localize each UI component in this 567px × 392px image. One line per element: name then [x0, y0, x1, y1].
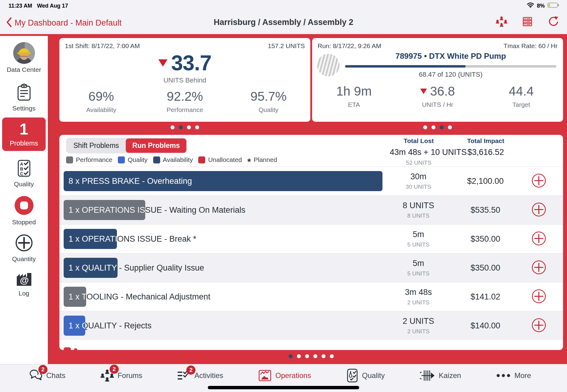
tab-shift-problems[interactable]: Shift Problems [67, 138, 126, 153]
lost-value: 5m [389, 259, 447, 268]
pager-dot[interactable] [423, 125, 427, 129]
tab-more[interactable]: More [496, 371, 531, 380]
sidebar-item-log[interactable]: @ [15, 270, 33, 288]
abc-checklist-icon: ABC [16, 159, 32, 178]
lost-value: 8 UNITS [389, 201, 447, 210]
sidebar-item-label: Quality [14, 180, 34, 188]
problems-segmented-control: Shift Problems Run Problems [66, 138, 187, 153]
add-action-button[interactable] [532, 173, 546, 189]
pager-dot[interactable] [305, 354, 309, 358]
shift-header: 1st Shift: 8/17/22, 7:00 AM [65, 42, 140, 50]
nav-bar: My Dashboard - Main Default Harrisburg /… [0, 10, 567, 34]
pager-dot-active[interactable] [179, 125, 183, 129]
clock: 11:23 AM [9, 3, 32, 9]
impact-value: $350.00 [447, 234, 523, 244]
tab-forums[interactable]: 2 Forums [100, 369, 142, 382]
chats-icon: 2 [28, 369, 43, 382]
tab-quality[interactable]: Quality [346, 369, 385, 383]
problem-label-overlay: 1 x OPERATIONS ISSUE - Break * [69, 225, 117, 253]
home-indicator[interactable] [208, 386, 359, 389]
factory-at-icon: @ [15, 270, 33, 288]
pager-dot[interactable] [171, 125, 174, 129]
sidebar-item-label: Problems [10, 139, 38, 147]
run-progress-fill [345, 65, 466, 68]
tab-chats[interactable]: 2 Chats [28, 369, 65, 382]
legend-item-planned: *Planned [247, 156, 277, 163]
activities-icon: 2 [177, 370, 191, 381]
pager-dot[interactable] [330, 354, 334, 358]
problems-panel: Shift Problems Run Problems PerformanceQ… [59, 135, 563, 350]
problem-row[interactable]: 1 x OPERATIONS ISSUE - Break * 1 x OPERA… [59, 224, 563, 253]
pager-dot[interactable] [322, 354, 326, 358]
run-header: Run: 8/17/22, 9:26 AM [318, 42, 381, 50]
sidebar-item-label: Settings [12, 105, 36, 112]
problem-bar-cell: 8 x PRESS BRAKE - Overheating 8 x PRESS … [59, 167, 389, 195]
panel-pager[interactable] [59, 351, 563, 362]
pager-dot[interactable] [187, 125, 191, 129]
performance-value: 92.2% [143, 89, 227, 104]
units-per-hr-value: 36.8 [430, 84, 455, 99]
queue-list-icon[interactable] [522, 16, 533, 28]
eta-value: 1h 9m [312, 84, 396, 99]
problem-bar-cell: 1 x QUALITY - Supplier Quality Issue 1 x… [59, 254, 389, 282]
page-title: Harrisburg / Assembly / Assembly 2 [0, 18, 567, 27]
forums-icon: 2 [100, 369, 114, 382]
pager-dot[interactable] [195, 125, 199, 129]
problems-list: 8 x PRESS BRAKE - Overheating 8 x PRESS … [59, 166, 563, 340]
pager-dot[interactable] [431, 125, 435, 129]
sidebar-item-settings[interactable] [16, 84, 32, 103]
lost-cell: 30m 30 UNITS [389, 172, 447, 190]
battery-percent: 8% [537, 3, 545, 9]
add-action-button[interactable] [532, 260, 546, 276]
add-action-button[interactable] [532, 202, 546, 218]
add-action-button[interactable] [532, 231, 546, 247]
problem-bar-cell: 1 x TOOLING - Mechanical Adjustment 1 x … [59, 282, 389, 311]
quality-value: 95.7% [227, 89, 310, 104]
pager-dot[interactable] [297, 354, 301, 358]
badge: 2 [186, 366, 195, 375]
problem-label-overlay: 1 x QUALITY - Supplier Quality Issue [69, 254, 118, 282]
shift-card-pager[interactable] [59, 122, 310, 133]
run-summary-card: Run: 8/17/22, 9:26 AM Tmax Rate: 60 / Hr… [312, 38, 563, 122]
lost-units: 2 UNITS [389, 328, 447, 335]
pager-dot-active[interactable] [440, 125, 444, 129]
legend-swatch [66, 156, 73, 163]
down-triangle-icon [158, 59, 167, 67]
status-bar: 11:23 AM Wed Aug 17 8% [0, 0, 567, 10]
huddle-icon[interactable] [496, 16, 507, 29]
avatar[interactable] [13, 42, 35, 64]
total-lost-block: Total Lost 43m 48s + 10 UNITS 52 UNITS [390, 137, 448, 166]
add-action-button[interactable] [532, 318, 546, 334]
impact-value: $140.00 [447, 321, 523, 331]
main-content: 1st Shift: 8/17/22, 7:00 AM 157.2 UNITS … [48, 34, 567, 364]
problem-row[interactable]: 1 x QUALITY - Supplier Quality Issue 1 x… [59, 253, 563, 282]
svg-text:B: B [20, 166, 23, 171]
sidebar-item-problems[interactable]: 1 Problems [2, 117, 46, 151]
sidebar-item-quality[interactable]: ABC [16, 159, 32, 178]
problem-bar-cell: 1 x QUALITY - Rejects 1 x QUALITY - Reje… [59, 311, 389, 340]
sidebar-item-quantity[interactable] [15, 234, 33, 253]
problem-bar-cell: 1 x OPERATIONS ISSUE - Waiting On Materi… [59, 196, 389, 224]
svg-text:A: A [20, 162, 23, 166]
refresh-icon[interactable] [548, 16, 559, 29]
run-card-pager[interactable] [312, 122, 563, 133]
sidebar-item-label: Log [19, 290, 29, 297]
next-row-peek [64, 347, 71, 350]
pager-dot[interactable] [313, 354, 317, 358]
problem-row[interactable]: 1 x QUALITY - Rejects 1 x QUALITY - Reje… [59, 311, 563, 340]
tab-activities[interactable]: 2 Activities [177, 370, 223, 381]
tab-operations[interactable]: Operations [258, 369, 311, 382]
problem-row[interactable]: 1 x TOOLING - Mechanical Adjustment 1 x … [59, 282, 563, 311]
tab-kaizen[interactable]: Kaizen [420, 369, 461, 382]
pager-dot-active[interactable] [289, 354, 293, 358]
problem-row[interactable]: 1 x OPERATIONS ISSUE - Waiting On Materi… [59, 195, 563, 224]
lost-units: 8 UNITS [389, 212, 447, 219]
tab-run-problems[interactable]: Run Problems [126, 138, 187, 153]
legend-item: Performance [66, 156, 112, 163]
pager-dot[interactable] [448, 125, 452, 129]
sidebar-item-label: Quantity [12, 255, 36, 263]
problem-row[interactable]: 8 x PRESS BRAKE - Overheating 8 x PRESS … [59, 166, 563, 195]
sidebar-item-stopped[interactable] [14, 196, 34, 216]
add-action-button[interactable] [532, 289, 546, 305]
run-progress-label: 68.47 of 120 (UNITS) [345, 71, 556, 79]
